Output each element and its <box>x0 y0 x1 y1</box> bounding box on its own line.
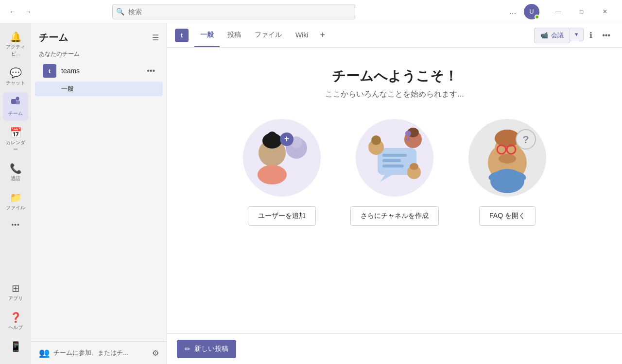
cards-row: + ユーザーを追加 <box>233 119 556 226</box>
team-row[interactable]: t teams ••• <box>35 60 163 82</box>
your-teams-label: あなたのチーム <box>31 48 167 60</box>
calls-icon: 📞 <box>10 163 22 174</box>
avatar-status <box>535 15 539 19</box>
team-icon: t <box>43 64 56 78</box>
close-button[interactable]: ✕ <box>594 4 616 19</box>
nav-buttons: ← → <box>6 5 35 18</box>
help-icon: ❓ <box>10 312 22 323</box>
sidebar-bottom: ⊞ アプリ ❓ ヘルプ 📱 <box>3 279 28 360</box>
sidebar-item-mobile[interactable]: 📱 <box>3 337 28 356</box>
card-faq: ? FAQ を開く <box>459 119 556 226</box>
back-button[interactable]: ← <box>6 5 19 18</box>
apps-icon: ⊞ <box>12 282 20 294</box>
channel-row[interactable]: 一般 <box>35 82 163 96</box>
add-user-button[interactable]: ユーザーを追加 <box>248 206 316 226</box>
meeting-button[interactable]: 📹 会議 <box>534 28 570 43</box>
teams-icon <box>10 96 21 109</box>
sidebar-item-label: ファイル <box>6 204 25 211</box>
sidebar-item-apps[interactable]: ⊞ アプリ <box>3 279 28 306</box>
create-channel-illustration <box>356 119 433 197</box>
faq-illustration: ? <box>468 119 546 197</box>
team-panel: チーム ☰ あなたのチーム t teams ••• 一般 👥 チームに参加、また… <box>31 23 167 364</box>
welcome-title: チームへようこそ！ <box>332 67 458 85</box>
svg-rect-16 <box>382 159 401 162</box>
tab-more-button[interactable]: ••• <box>598 28 614 43</box>
svg-rect-0 <box>11 99 16 104</box>
new-post-icon: ✏ <box>185 345 190 353</box>
sidebar-item-more[interactable]: ••• <box>3 217 28 232</box>
titlebar: ← → 🔍 ... U — □ ✕ <box>0 0 622 23</box>
sidebar-item-activity[interactable]: 🔔 アクティビ... <box>3 27 28 61</box>
join-team-button[interactable]: 👥 チームに参加、またはチ... <box>39 347 147 358</box>
card-create-channel: さらにチャネルを作成 <box>346 119 443 226</box>
sidebar-item-chat[interactable]: 💬 チャット <box>3 63 28 90</box>
calendar-icon: 📅 <box>10 127 22 138</box>
more-options-button[interactable]: ... <box>506 5 520 18</box>
team-panel-filter-button[interactable]: ☰ <box>152 33 159 42</box>
svg-point-25 <box>410 163 418 170</box>
sidebar-item-teams[interactable]: チーム <box>3 92 28 121</box>
svg-text:+: + <box>284 134 290 144</box>
meeting-video-icon: 📹 <box>540 32 548 39</box>
welcome-area: チームへようこそ！ ここからいろんなことを始められます... <box>167 48 622 333</box>
tab-ippan[interactable]: 一般 <box>194 24 220 47</box>
create-channel-button[interactable]: さらにチャネルを作成 <box>350 206 439 226</box>
bottom-bar: ✏ 新しい投稿 <box>167 333 622 364</box>
sidebar-item-calendar[interactable]: 📅 カレンダー <box>3 123 28 157</box>
card-add-user: + ユーザーを追加 <box>233 119 330 226</box>
tab-team-icon: t <box>175 29 189 42</box>
files-icon: 📁 <box>10 192 22 203</box>
titlebar-right: ... U — □ ✕ <box>506 4 616 19</box>
forward-button[interactable]: → <box>21 5 35 18</box>
sidebar-item-label: アクティビ... <box>5 44 26 57</box>
tab-files[interactable]: ファイル <box>249 24 288 47</box>
chat-icon: 💬 <box>10 67 22 79</box>
svg-point-5 <box>258 165 287 184</box>
svg-text:?: ? <box>522 133 529 146</box>
svg-rect-17 <box>382 165 404 167</box>
team-settings-button[interactable]: ⚙ <box>152 348 159 358</box>
chevron-down-icon: ▾ <box>575 31 578 38</box>
sidebar-item-label: チーム <box>8 110 23 117</box>
team-more-button[interactable]: ••• <box>147 66 155 75</box>
search-icon: 🔍 <box>116 8 124 16</box>
new-post-label: 新しい投稿 <box>194 345 228 353</box>
maximize-button[interactable]: □ <box>570 4 593 19</box>
svg-rect-2 <box>16 100 20 104</box>
join-team-icon: 👥 <box>39 347 50 358</box>
new-post-button[interactable]: ✏ 新しい投稿 <box>177 340 236 358</box>
tab-toko[interactable]: 投稿 <box>222 24 247 47</box>
mobile-icon: 📱 <box>10 341 22 352</box>
search-input[interactable] <box>112 4 355 19</box>
team-header: チーム ☰ <box>31 23 167 48</box>
tab-bar-right: 📹 会議 ▾ ℹ ••• <box>534 28 614 43</box>
svg-rect-15 <box>382 154 407 157</box>
team-panel-title: チーム <box>39 31 68 44</box>
tab-wiki[interactable]: Wiki <box>290 24 314 47</box>
add-user-illustration: + <box>243 119 321 197</box>
info-button[interactable]: ℹ <box>586 28 596 43</box>
sidebar-item-label: チャット <box>6 80 25 86</box>
tab-add-button[interactable]: + <box>316 23 329 47</box>
welcome-subtitle: ここからいろんなことを始められます... <box>325 89 464 99</box>
svg-point-33 <box>499 154 516 164</box>
meeting-dropdown-button[interactable]: ▾ <box>570 28 584 41</box>
sidebar-item-label: カレンダー <box>5 139 26 153</box>
svg-point-7 <box>267 132 277 141</box>
sidebar-item-files[interactable]: 📁 ファイル <box>3 188 28 215</box>
minimize-button[interactable]: — <box>547 4 570 19</box>
sidebar-item-calls[interactable]: 📞 通話 <box>3 159 28 186</box>
channel-name: 一般 <box>61 85 74 92</box>
svg-point-22 <box>405 131 411 136</box>
svg-point-1 <box>16 97 19 100</box>
sidebar: 🔔 アクティビ... 💬 チャット チーム 📅 カレンダー 📞 通話 <box>0 23 31 364</box>
more-icon: ••• <box>11 221 20 229</box>
faq-button[interactable]: FAQ を開く <box>479 206 536 226</box>
sidebar-item-label: 通話 <box>11 175 20 182</box>
avatar[interactable]: U <box>524 4 539 19</box>
sidebar-item-help[interactable]: ❓ ヘルプ <box>3 308 28 335</box>
sidebar-item-label: アプリ <box>8 295 23 302</box>
team-panel-bottom: 👥 チームに参加、またはチ... ⚙ <box>31 341 167 364</box>
window-buttons: — □ ✕ <box>547 4 616 19</box>
meeting-label: 会議 <box>551 31 564 40</box>
